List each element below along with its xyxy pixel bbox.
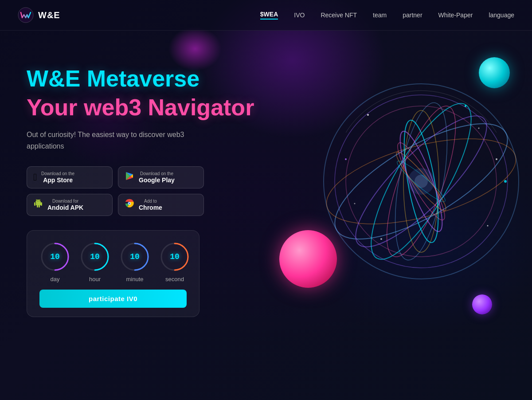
download-apk[interactable]: Download for Andoid APK: [27, 194, 113, 216]
svg-point-30: [380, 238, 382, 240]
second-value: 10: [170, 252, 180, 261]
hour-circle: 10: [79, 241, 110, 272]
day-value: 10: [50, 252, 60, 261]
googleplay-small: Download on the: [139, 172, 175, 176]
chrome-big: Chrome: [139, 204, 162, 211]
download-googleplay[interactable]: Download on the Google Play: [118, 166, 204, 188]
countdown-units: 10 day 10 hour: [39, 241, 187, 282]
hour-label: hour: [89, 276, 101, 282]
apk-small: Download for: [47, 199, 83, 204]
logo-text: W&E: [38, 10, 60, 20]
left-column: W&E Metaverse Your web3 Navigator Out of…: [27, 57, 257, 317]
nav-link-partner[interactable]: partner: [403, 12, 422, 19]
minute-circle: 10: [119, 241, 150, 272]
svg-point-32: [465, 105, 466, 107]
chrome-small: Add to: [139, 199, 162, 204]
logo[interactable]: W&E: [18, 7, 60, 23]
second-circle: 10: [159, 241, 190, 272]
svg-point-26: [367, 114, 369, 116]
hero-description: Out of curiosity! The easiest way to dis…: [27, 129, 213, 152]
participate-button[interactable]: participate IV0: [39, 290, 187, 308]
googleplay-icon: [125, 171, 134, 184]
orb-container: [253, 48, 528, 368]
logo-icon: [18, 7, 34, 23]
countdown-hour: 10 hour: [79, 241, 110, 282]
download-buttons:  Download on the App Store: [27, 166, 204, 216]
countdown-second: 10 second: [159, 241, 190, 282]
svg-point-33: [504, 180, 507, 183]
day-label: day: [51, 276, 60, 282]
countdown-box: 10 day 10 hour: [27, 230, 200, 317]
hero-subtitle: Your web3 Navigator: [27, 95, 257, 120]
appstore-small: Download on the: [41, 172, 74, 176]
svg-point-0: [18, 8, 33, 23]
apple-icon: : [33, 172, 37, 183]
apk-big: Andoid APK: [47, 204, 83, 211]
svg-point-28: [496, 158, 497, 160]
nav-link-wea[interactable]: $WEA: [260, 11, 278, 20]
main-content: W&E Metaverse Your web3 Navigator Out of…: [0, 31, 532, 400]
ring-visualization: [310, 71, 532, 292]
nav-link-whitepaper[interactable]: White-Paper: [438, 12, 473, 19]
nav-links: $WEA IVO Receive NFT team partner White-…: [260, 11, 514, 20]
googleplay-big: Google Play: [139, 177, 175, 183]
day-circle: 10: [39, 241, 70, 272]
countdown-day: 10 day: [39, 241, 70, 282]
nav-link-team[interactable]: team: [373, 12, 387, 19]
minute-label: minute: [126, 276, 143, 282]
svg-point-27: [478, 128, 480, 129]
pink-orb: [279, 230, 337, 288]
second-label: second: [165, 276, 184, 282]
android-icon: [33, 199, 43, 211]
add-to-chrome[interactable]: Add to Chrome: [118, 194, 204, 216]
right-column: [257, 57, 510, 382]
hero-title: W&E Metaverse: [27, 66, 257, 91]
svg-point-29: [354, 203, 356, 204]
svg-point-4: [129, 203, 130, 204]
minute-value: 10: [130, 252, 140, 261]
svg-point-34: [345, 158, 347, 160]
download-appstore[interactable]:  Download on the App Store: [27, 166, 113, 188]
appstore-big: App Store: [41, 177, 74, 183]
navbar: W&E $WEA IVO Receive NFT team partner Wh…: [0, 0, 532, 31]
chrome-icon: [125, 199, 134, 211]
countdown-minute: 10 minute: [119, 241, 150, 282]
svg-point-31: [487, 225, 489, 227]
purple-orb: [472, 294, 492, 314]
hour-value: 10: [90, 252, 100, 261]
nav-link-ivo[interactable]: IVO: [294, 12, 305, 19]
nav-link-language[interactable]: language: [489, 12, 514, 19]
nav-link-nft[interactable]: Receive NFT: [321, 12, 357, 19]
